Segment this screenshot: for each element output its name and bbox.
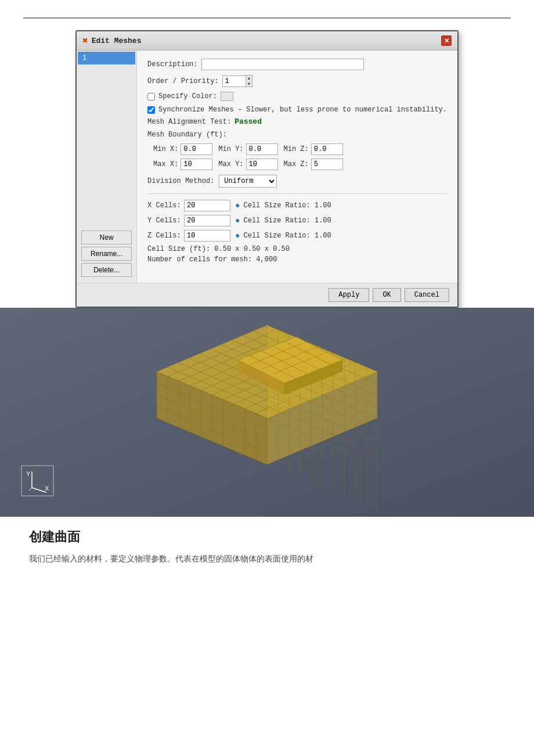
- min-z-label: Min Z:: [284, 145, 309, 153]
- z-cells-input[interactable]: [184, 230, 230, 242]
- dialog-titlebar: ✖ Edit Meshes ✕: [77, 31, 457, 51]
- dialog-title: Edit Meshes: [92, 37, 142, 45]
- description-label: Description:: [147, 60, 197, 69]
- y-ratio-group: ● Cell Size Ratio: 1.00: [235, 216, 331, 225]
- left-panel-item[interactable]: 1: [78, 52, 135, 64]
- x-ratio-group: ● Cell Size Ratio: 1.00: [235, 201, 331, 210]
- y-cells-input[interactable]: [184, 215, 230, 226]
- sync-row: Synchronize Meshes – Slower, but less pr…: [147, 106, 447, 114]
- max-z-group: Max Z:: [284, 159, 343, 170]
- x-ratio-label: Cell Size Ratio: 1.00: [244, 201, 331, 210]
- min-y-label: Min Y:: [218, 145, 243, 153]
- max-z-label: Max Z:: [284, 160, 309, 168]
- dialog-close-button[interactable]: ✕: [441, 35, 452, 46]
- right-panel: Description: Order / Priority: ▲ ▼: [137, 51, 457, 283]
- boundary-label: Mesh Boundary (ft):: [147, 131, 227, 139]
- division-select[interactable]: Uniform: [219, 175, 277, 188]
- order-priority-label: Order / Priority:: [147, 77, 218, 85]
- specify-color-checkbox[interactable]: [147, 93, 155, 100]
- division-method-row: Division Method: Uniform: [147, 175, 447, 188]
- max-x-group: Max X:: [153, 159, 212, 170]
- cells-section: X Cells: ● Cell Size Ratio: 1.00 Y Cells…: [147, 200, 447, 264]
- num-cells-text: Number of cells for mesh: 4,000: [147, 255, 447, 264]
- left-panel: 1 New Rename... Delete...: [77, 51, 137, 283]
- boundary-min-row: Min X: Min Y: Min Z:: [147, 143, 447, 155]
- min-x-label: Min X:: [153, 145, 178, 153]
- specify-color-row: Specify Color:: [147, 92, 447, 101]
- sync-label: Synchronize Meshes – Slower, but less pr…: [158, 106, 447, 114]
- alignment-status: Passed: [234, 117, 262, 126]
- left-panel-buttons: New Rename... Delete...: [77, 231, 136, 277]
- y-cells-row: Y Cells: ● Cell Size Ratio: 1.00: [147, 215, 447, 226]
- alignment-label: Mesh Alignment Test:: [147, 118, 231, 126]
- description-input[interactable]: [201, 59, 364, 70]
- y-cells-label: Y Cells:: [147, 217, 179, 225]
- dialog-app-icon: ✖: [82, 35, 88, 46]
- order-priority-input[interactable]: [222, 75, 246, 87]
- z-ratio-check-icon: ●: [235, 231, 240, 240]
- new-button[interactable]: New: [81, 231, 132, 244]
- viewport-3d: Y X: [0, 308, 534, 517]
- min-y-input[interactable]: [246, 143, 278, 155]
- chinese-section: 创建曲面 我们已经输入的材料，要定义物理参数。代表在模型的固体物体的表面使用的材: [23, 517, 511, 578]
- edit-meshes-dialog: ✖ Edit Meshes ✕ 1 New Rename... Delete..…: [75, 30, 459, 308]
- alignment-row: Mesh Alignment Test: Passed: [147, 117, 447, 126]
- chinese-body: 我们已经输入的材料，要定义物理参数。代表在模型的固体物体的表面使用的材: [23, 553, 511, 567]
- x-cells-row: X Cells: ● Cell Size Ratio: 1.00: [147, 200, 447, 211]
- z-ratio-label: Cell Size Ratio: 1.00: [244, 232, 331, 240]
- color-swatch[interactable]: [221, 92, 233, 101]
- order-priority-row: Order / Priority: ▲ ▼: [147, 75, 447, 87]
- boundary-header-row: Mesh Boundary (ft):: [147, 131, 447, 139]
- y-ratio-label: Cell Size Ratio: 1.00: [244, 217, 331, 225]
- top-border: [23, 17, 511, 19]
- chinese-heading: 创建曲面: [23, 528, 511, 546]
- spinner-up-icon[interactable]: ▲: [246, 75, 252, 81]
- svg-text:Y: Y: [26, 470, 31, 477]
- order-priority-spinner: ▲ ▼: [222, 75, 253, 87]
- svg-text:X: X: [45, 485, 49, 492]
- max-y-input[interactable]: [246, 159, 278, 170]
- dialog-body: 1 New Rename... Delete... Description: O…: [77, 51, 457, 283]
- min-y-group: Min Y:: [218, 143, 277, 155]
- apply-button[interactable]: Apply: [329, 288, 369, 302]
- max-x-input[interactable]: [181, 159, 212, 170]
- boundary-max-row: Max X: Max Y: Max Z:: [147, 159, 447, 170]
- division-label: Division Method:: [147, 177, 214, 185]
- max-y-group: Max Y:: [218, 159, 277, 170]
- spinner-arrows[interactable]: ▲ ▼: [246, 75, 253, 87]
- spinner-down-icon[interactable]: ▼: [246, 81, 252, 87]
- dialog-title-area: ✖ Edit Meshes: [82, 35, 141, 46]
- dialog-footer: Apply OK Cancel: [77, 283, 457, 307]
- cell-size-text: Cell Size (ft): 0.50 x 0.50 x 0.50: [147, 245, 447, 253]
- z-ratio-group: ● Cell Size Ratio: 1.00: [235, 231, 331, 240]
- cancel-button[interactable]: Cancel: [405, 288, 449, 302]
- min-z-group: Min Z:: [284, 143, 343, 155]
- page-wrapper: ✖ Edit Meshes ✕ 1 New Rename... Delete..…: [0, 0, 534, 756]
- max-x-label: Max X:: [153, 160, 178, 168]
- y-ratio-check-icon: ●: [235, 216, 240, 225]
- z-cells-row: Z Cells: ● Cell Size Ratio: 1.00: [147, 230, 447, 242]
- delete-button[interactable]: Delete...: [81, 263, 132, 277]
- min-z-input[interactable]: [311, 143, 343, 155]
- x-cells-label: X Cells:: [147, 201, 179, 210]
- specify-color-label: Specify Color:: [158, 92, 217, 100]
- x-ratio-check-icon: ●: [235, 201, 240, 210]
- z-cells-label: Z Cells:: [147, 232, 179, 240]
- mesh-3d-svg: Y X: [0, 308, 534, 517]
- max-y-label: Max Y:: [218, 160, 243, 168]
- section-divider: [147, 193, 447, 194]
- max-z-input[interactable]: [311, 159, 343, 170]
- ok-button[interactable]: OK: [373, 288, 400, 302]
- x-cells-input[interactable]: [184, 200, 230, 211]
- boundary-section: Mesh Boundary (ft): Min X: Min Y:: [147, 131, 447, 170]
- sync-checkbox[interactable]: [147, 106, 155, 114]
- min-x-input[interactable]: [181, 143, 212, 155]
- min-x-group: Min X:: [153, 143, 212, 155]
- rename-button[interactable]: Rename...: [81, 247, 132, 261]
- description-row: Description:: [147, 59, 447, 70]
